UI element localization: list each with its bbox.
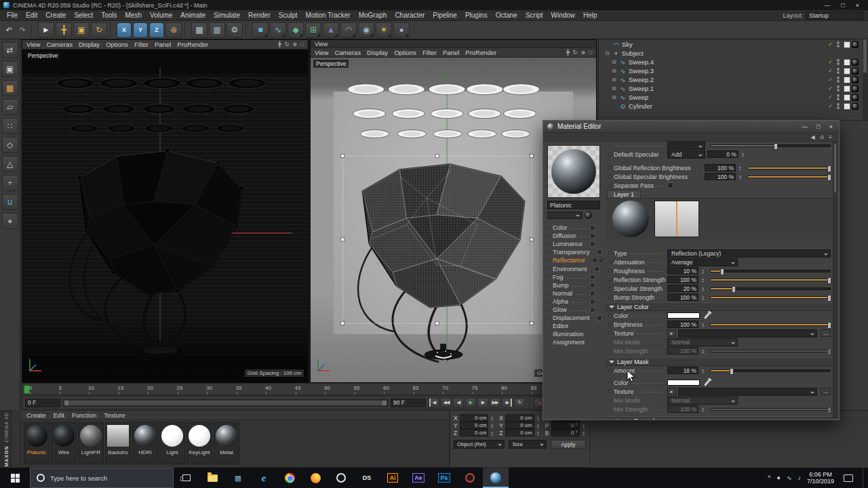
material-editor-scrollbar[interactable] [833, 142, 837, 418]
undo-button[interactable]: ↶ [3, 24, 15, 36]
animation-dot-icon[interactable] [608, 390, 612, 393]
object-row[interactable]: ⊞ ∿ Sweep ✓ [599, 93, 868, 102]
preview-scene-icon[interactable] [585, 211, 592, 219]
texture-tag-icon[interactable] [844, 77, 850, 83]
visibility-dots-icon[interactable] [837, 59, 840, 65]
animation-dot-icon[interactable] [547, 243, 551, 246]
cinema4d-icon[interactable] [483, 468, 509, 488]
render-settings-button[interactable]: ⚙ [226, 22, 243, 38]
object-row[interactable]: ⊙ Cylinder ✓ [599, 102, 868, 110]
texture-dropdown[interactable] [678, 329, 817, 338]
sculpture-object-selected[interactable] [358, 164, 525, 362]
photoshop-icon[interactable]: Ps [431, 468, 457, 488]
material-tag-icon[interactable] [852, 94, 859, 101]
add-environment-button[interactable]: ◠ [340, 22, 357, 38]
animation-dot-icon[interactable] [608, 287, 612, 290]
ceiling-discs-light[interactable] [348, 84, 540, 138]
menu-item[interactable]: Animate [176, 12, 210, 19]
go-to-start-button[interactable]: ◀ [429, 398, 439, 407]
edges-mode-button[interactable]: ◇ [2, 137, 18, 153]
animation-dot-icon[interactable] [547, 251, 551, 254]
preview-type-dropdown[interactable] [547, 211, 583, 219]
window-close-button[interactable]: × [856, 2, 859, 9]
pedestal-base[interactable] [138, 341, 183, 359]
preview-range-bar[interactable] [63, 399, 388, 407]
position-field[interactable]: 0 cm [460, 414, 488, 422]
animation-dot-icon[interactable] [608, 166, 612, 169]
add-generator-button[interactable]: ⊞ [305, 22, 321, 38]
clipped-dropdown[interactable] [667, 142, 705, 150]
stepper-icon[interactable] [490, 414, 494, 422]
animation-dot-icon[interactable] [547, 300, 551, 303]
scale-tool[interactable]: ▣ [73, 22, 90, 38]
end-frame-field[interactable]: 90 F [391, 399, 426, 407]
stepper-icon[interactable] [490, 422, 494, 429]
default-specular-value[interactable]: 0 % [707, 150, 738, 158]
material-tag-icon[interactable] [852, 59, 859, 66]
tag-chips[interactable] [844, 103, 859, 110]
layer-1-tab[interactable]: Layer 1 [607, 190, 641, 198]
viewport-menu-item[interactable]: Display [79, 41, 100, 48]
stepper-icon[interactable] [536, 422, 540, 429]
size-field[interactable]: 0 cm [505, 414, 534, 422]
lock-y-axis-button[interactable]: Y [133, 22, 148, 38]
octane-icon[interactable] [457, 468, 483, 488]
illustrator-icon[interactable]: Ai [380, 468, 406, 488]
stepper-icon[interactable] [701, 321, 705, 328]
default-specular-dropdown[interactable]: Add [667, 150, 705, 159]
reflection-strength-value[interactable]: 100 % [667, 276, 698, 283]
after-effects-icon[interactable]: Ae [406, 468, 431, 488]
material-tag-icon[interactable] [852, 41, 859, 48]
object-row[interactable]: ⊞ ∿ Sweep.3 ✓ [599, 66, 868, 75]
channel-row[interactable]: Diffusion ✓ [547, 232, 603, 240]
channel-checkbox[interactable] [590, 241, 595, 247]
search-input[interactable] [50, 474, 152, 482]
material-thumbnail[interactable]: LightFR [78, 422, 104, 464]
menu-item[interactable]: Script [521, 12, 547, 19]
texture-tag-icon[interactable] [844, 103, 850, 110]
obs-icon[interactable] [328, 468, 354, 488]
size-field[interactable]: 0 cm [505, 429, 534, 436]
channel-checkbox[interactable] [590, 283, 595, 288]
animation-dot-icon[interactable] [608, 184, 612, 187]
material-tag-icon[interactable] [852, 103, 859, 110]
pedestal-base-selected[interactable] [425, 344, 462, 359]
coordinate-system-button[interactable]: ⊕ [165, 22, 182, 38]
add-deformer-button[interactable]: ▲ [323, 22, 339, 38]
menu-item[interactable]: Tools [97, 12, 121, 19]
move-tool[interactable]: ╋ [56, 22, 72, 38]
viewport-menu-item[interactable]: Options [106, 41, 128, 48]
channel-row[interactable]: Color ✓ [547, 224, 603, 232]
apply-button[interactable]: Apply [551, 440, 586, 449]
stepper-icon[interactable] [581, 429, 586, 436]
hidden-icons-caret[interactable]: ^ [768, 474, 770, 481]
global-reflection-brightness-value[interactable]: 100 % [705, 164, 736, 171]
rotate-tool[interactable]: ↻ [91, 22, 107, 38]
object-row[interactable]: ⊞ ∿ Sweep.2 ✓ [599, 75, 868, 84]
roughness-slider[interactable] [710, 270, 831, 272]
bump-strength-value[interactable]: 100 % [667, 293, 698, 301]
menu-item[interactable]: Select [70, 12, 97, 19]
compare-icon[interactable]: ⊙ [820, 134, 825, 140]
viewport-menu-item[interactable]: View [26, 41, 40, 48]
panel-view-menu[interactable]: View [315, 41, 328, 47]
material-tag-icon[interactable] [852, 85, 859, 92]
tag-chips[interactable] [844, 68, 859, 75]
layer-gradient-widget[interactable] [654, 201, 699, 237]
menu-item[interactable]: Mesh [121, 12, 146, 19]
animation-dot-icon[interactable] [608, 314, 612, 317]
channel-row[interactable]: Luminance ✓ [547, 240, 603, 248]
animation-dot-icon[interactable] [547, 317, 551, 320]
animation-dot-icon[interactable] [608, 278, 612, 281]
lock-x-axis-button[interactable]: X [117, 22, 132, 38]
object-row[interactable]: ⊞ ∿ Sweep.1 ✓ [599, 84, 868, 93]
menu-item[interactable]: Pipeline [429, 12, 461, 19]
mix-mode-dropdown[interactable]: Normal [667, 338, 738, 346]
rotation-field[interactable]: 0 ° [551, 429, 580, 436]
tag-chips[interactable] [844, 77, 859, 83]
action-center-icon[interactable] [844, 474, 853, 482]
orbit-view-icon[interactable]: ↻ [573, 49, 578, 56]
taskbar-clock[interactable]: 6:06 PM 7/10/2019 [807, 471, 834, 485]
visibility-dots-icon[interactable] [837, 94, 840, 100]
visibility-dots-icon[interactable] [837, 103, 840, 109]
